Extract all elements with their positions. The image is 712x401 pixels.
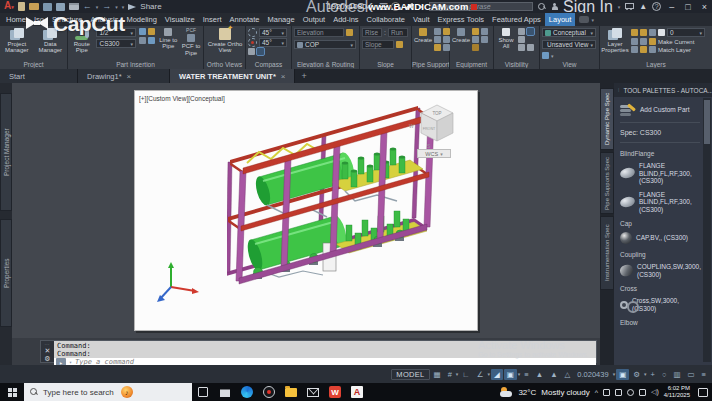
lineweight-icon[interactable]: ≡ [521,369,531,380]
ribbon-tab-analysis[interactable]: Analysis [86,13,122,26]
ribbon-tab-output[interactable]: Output [299,13,330,26]
ribbon-tab-structure[interactable]: Structure [48,13,86,26]
wcs-dropdown[interactable]: WCS▾ [417,149,451,158]
drawing-canvas[interactable]: [+][Custom View][Conceptual] [12,83,600,338]
palette-grip[interactable]: ⁞ [618,87,620,93]
tool-flange-blind-2[interactable]: FLANGE BLIND,FL,RF,300, (CS300) [620,188,700,217]
layer-thaw-icon[interactable] [640,29,647,36]
palette-scrollbar-thumb[interactable] [704,100,710,144]
edit-part-icon[interactable] [148,37,155,44]
elevation-pick-icon[interactable] [346,29,353,36]
project-manager-palette-tab[interactable]: Project Manager [0,93,12,211]
ribbon-tab-modeling[interactable]: Modeling [122,13,160,26]
bandicam-button[interactable] [258,383,280,401]
edge-button[interactable] [236,383,258,401]
run-input[interactable]: Run [388,28,408,37]
file-explorer-button[interactable] [280,383,302,401]
file-tab-water-treatment[interactable]: WATER TREATMENT UNIT*× [170,69,295,83]
layer-lock-icon[interactable] [649,29,656,36]
compass-snap-toggle-icon[interactable] [257,48,264,55]
layer-properties-button[interactable]: Layer Properties [602,28,628,54]
hide-layer-icon[interactable] [518,36,525,43]
share-icon[interactable] [128,4,136,10]
data-manager-button[interactable]: Data Manager [36,28,66,54]
equipment-attach-icon[interactable] [472,36,479,43]
ribbon-tab-featured-apps[interactable]: Featured Apps [488,13,545,26]
tool-palettes-titlebar[interactable]: ⁞ TOOL PALETTES - AUTOCA... [614,83,712,97]
routing-reference-select[interactable]: COP▾ [294,40,356,49]
command-close-icon[interactable]: ✕ [45,347,51,355]
tool-flange-blind-1[interactable]: FLANGE BLIND,FL,RF,300, (CS300) [620,159,700,188]
mail-button[interactable] [302,383,324,401]
layout-paper[interactable]: [+][Custom View][Conceptual] [134,90,478,331]
polar-tracking-icon[interactable]: ∠ [474,369,487,380]
snap-mode-icon[interactable]: # [445,369,455,380]
redo-icon[interactable]: → [102,2,111,11]
annotation-scale-button[interactable]: 0.020439 [574,369,611,380]
tray-pen-icon[interactable] [603,389,610,396]
grid-toggle-icon[interactable]: ▦ [431,369,444,380]
clean-screen-icon[interactable]: ▭ [685,369,698,380]
volume-icon[interactable]: ◁) [651,388,659,396]
taskbar-search-input[interactable]: Type here to search ♪ [24,383,192,401]
support-clamp-icon[interactable] [443,28,450,35]
visual-style-select[interactable]: Conceptual▾ [542,28,596,37]
isolate-selected-icon[interactable] [527,28,534,35]
equipment-convert-icon[interactable] [481,28,488,35]
show-all-button[interactable]: Show All [496,28,516,50]
ribbon-tab-collaborate[interactable]: Collaborate [363,13,409,26]
model-space-button[interactable]: MODEL [391,369,429,380]
maximize-button[interactable]: □ [682,2,693,12]
show-layer-icon[interactable] [518,44,525,51]
ribbon-options-cluster[interactable]: ▾ [579,13,594,26]
weather-temp[interactable]: 32°C [518,388,536,397]
layer-walk-icon[interactable] [649,46,656,53]
assign-tag-icon[interactable] [139,37,146,44]
isometric-drafting-icon[interactable]: ◢ [491,369,503,380]
support-shoe-icon[interactable] [434,36,441,43]
slope-input[interactable]: Slope [362,40,394,49]
ribbon-tab-iso[interactable]: Iso [30,13,48,26]
project-manager-button[interactable]: Project Manager [2,28,32,54]
rise-input[interactable]: Rise [362,28,382,37]
compass-tolerance-angle-select[interactable]: 45°▾ [259,38,287,47]
layer-on-bulb-icon[interactable] [631,29,638,36]
command-window[interactable]: ⋯ ✕ ⚙ Command: Command: ▸ ▾ Type a comma… [40,340,597,363]
open-folder-icon[interactable] [29,3,39,10]
microsoft-store-button[interactable] [214,383,236,401]
file-tab-start[interactable]: Start [0,69,78,83]
cart-icon[interactable] [625,3,634,10]
tray-expand-icon[interactable]: ^ [595,389,598,396]
sign-in-dropdown-icon[interactable]: ▾ [618,4,621,10]
tool-cross[interactable]: Cross,SW,3000, (CS300) [620,294,700,315]
save-icon[interactable] [43,3,52,11]
sign-in-icon[interactable] [551,3,558,11]
close-tab-icon[interactable]: × [127,72,132,81]
undo-icon[interactable]: ← [83,2,92,11]
properties-palette-tab[interactable]: Properties [0,219,12,327]
viewcube[interactable]: TOP FRONT W S WCS▾ [415,101,461,165]
elevation-input[interactable]: Elevation [294,28,344,37]
named-view-select[interactable]: Unsaved View▾ [542,40,596,49]
compass-west-letter[interactable]: W [409,123,414,129]
isolate-objects-icon[interactable]: ○ [659,369,670,380]
route-pipe-button[interactable]: Route Pipe [70,28,93,54]
toggle-slope-icon[interactable] [139,28,146,35]
qat-customize-icon[interactable]: ▾ [122,4,125,10]
tool-coupling[interactable]: COUPLING,SW,3000, (CS300) [620,260,700,281]
status-menu-icon[interactable]: ≡ [699,369,709,380]
support-anchor-icon[interactable] [434,44,441,51]
compass-45-route-icon[interactable] [248,48,255,55]
create-pipe-support-button[interactable]: Create [414,28,432,43]
new-file-icon[interactable] [18,2,25,11]
graphics-performance-icon[interactable]: ▥ [670,369,683,380]
layer-color-icon[interactable] [658,29,665,36]
ribbon-tab-insert[interactable]: Insert [199,13,226,26]
equipment-detach-icon[interactable] [481,36,488,43]
autoscale-icon[interactable]: ▲ [547,369,560,380]
pipe-size-select[interactable]: 1/2"▾ [96,28,136,37]
wondershare-button[interactable]: W [324,383,346,401]
visibility-settings-icon[interactable] [527,44,534,51]
ribbon-state-dropdown-icon[interactable]: ▾ [591,17,594,23]
hide-selected-icon[interactable] [518,28,525,35]
